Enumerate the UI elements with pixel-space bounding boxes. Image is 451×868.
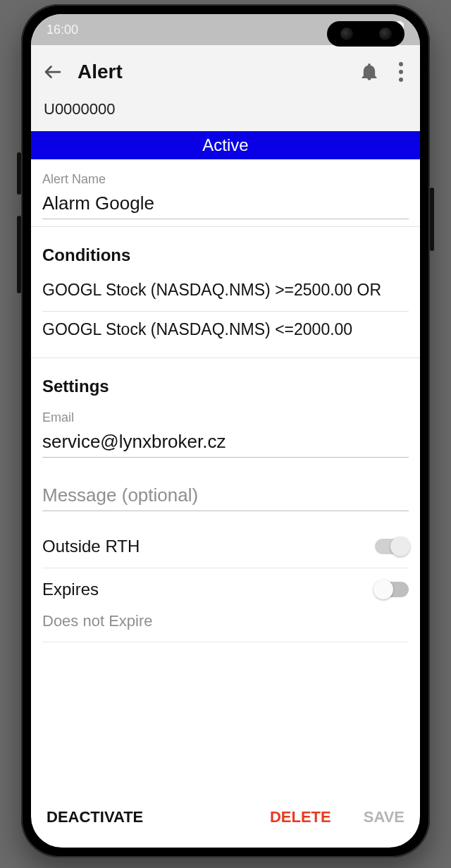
camera-lens-icon bbox=[379, 27, 392, 40]
account-id: U0000000 bbox=[42, 85, 409, 126]
outside-rth-label: Outside RTH bbox=[42, 537, 140, 556]
message-input[interactable] bbox=[42, 479, 409, 511]
phone-frame: 16:00 Al bbox=[21, 4, 430, 857]
expires-toggle[interactable] bbox=[375, 582, 409, 597]
outside-rth-row: Outside RTH bbox=[42, 525, 409, 568]
deactivate-button[interactable]: DEACTIVATE bbox=[47, 808, 143, 826]
condition-row[interactable]: GOOGL Stock (NASDAQ.NMS) <=2000.00 bbox=[42, 312, 409, 350]
back-arrow-icon[interactable] bbox=[42, 61, 63, 82]
camera-cutout bbox=[327, 21, 404, 47]
screen: 16:00 Al bbox=[31, 14, 420, 848]
email-label: Email bbox=[42, 403, 409, 425]
phone-side-button bbox=[17, 152, 21, 195]
status-badge: Active bbox=[31, 131, 420, 159]
expires-row: Expires bbox=[42, 568, 409, 604]
expires-label: Expires bbox=[42, 580, 99, 599]
settings-title: Settings bbox=[42, 364, 409, 403]
conditions-title: Conditions bbox=[42, 233, 409, 272]
page-title: Alert bbox=[78, 61, 345, 83]
app-bar: Alert U0000000 bbox=[31, 45, 420, 131]
bottom-action-bar: DEACTIVATE DELETE SAVE bbox=[31, 791, 420, 848]
delete-button[interactable]: DELETE bbox=[270, 808, 331, 826]
alert-name-input[interactable] bbox=[42, 187, 409, 219]
outside-rth-toggle[interactable] bbox=[375, 539, 409, 554]
email-input[interactable] bbox=[42, 425, 409, 458]
content-scroll[interactable]: Alert Name Conditions GOOGL Stock (NASDA… bbox=[31, 159, 420, 791]
camera-lens-icon bbox=[340, 27, 353, 40]
bell-icon[interactable] bbox=[359, 62, 379, 82]
clock: 16:00 bbox=[47, 23, 78, 37]
phone-side-button bbox=[17, 216, 21, 293]
phone-side-button bbox=[430, 188, 434, 251]
overflow-menu-icon[interactable] bbox=[393, 59, 409, 85]
alert-name-label: Alert Name bbox=[42, 165, 409, 187]
condition-row[interactable]: GOOGL Stock (NASDAQ.NMS) >=2500.00 OR bbox=[42, 272, 409, 312]
spacer bbox=[31, 642, 420, 727]
save-button[interactable]: SAVE bbox=[364, 808, 404, 826]
expiry-text: Does not Expire bbox=[42, 604, 409, 642]
